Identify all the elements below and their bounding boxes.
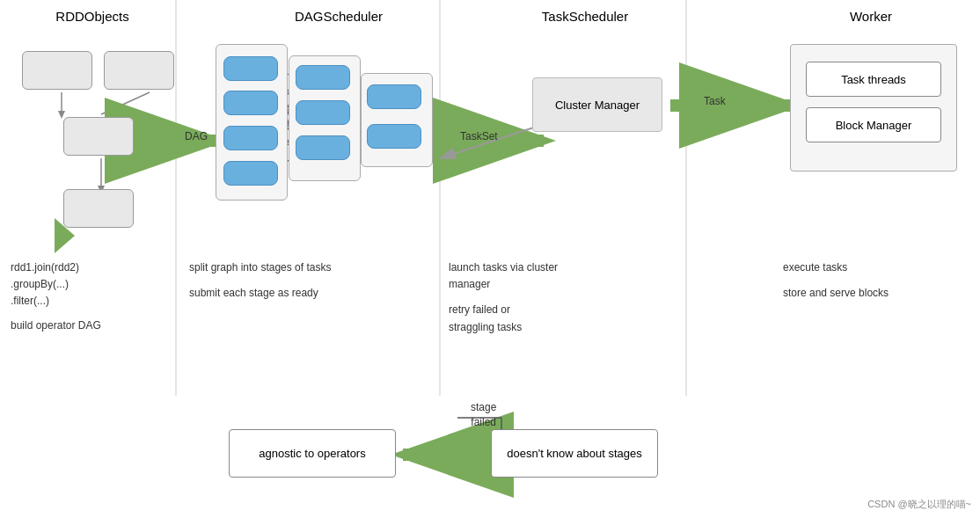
svg-line-5 xyxy=(101,92,150,114)
task-threads-box: Task threads xyxy=(806,62,941,97)
dag-node-2-1 xyxy=(296,65,350,90)
dag-arrow-label: DAG xyxy=(185,130,208,142)
block-manager-box: Block Manager xyxy=(806,107,941,142)
doesnt-know-stages-box: doesn't know about stages xyxy=(491,429,658,478)
dag-node-3-2 xyxy=(367,124,421,149)
rdd-box-3 xyxy=(63,117,134,156)
taskset-arrow-label: TaskSet xyxy=(460,130,498,142)
stage-failed-label: stage failed xyxy=(471,400,496,430)
rdd-column-label: RDDObjects xyxy=(22,9,163,24)
cluster-manager-label: Cluster Manager xyxy=(555,98,640,112)
dag-node-3-1 xyxy=(367,84,421,109)
agnostic-operators-box: agnostic to operators xyxy=(229,429,396,478)
block-manager-label: Block Manager xyxy=(836,119,912,132)
task-desc-block: launch tasks via cluster manager retry f… xyxy=(449,259,660,336)
dag-node-1-1 xyxy=(223,56,278,81)
cluster-manager-box: Cluster Manager xyxy=(532,77,662,132)
diagram-container: RDDObjects DAGScheduler TaskScheduler Wo… xyxy=(0,0,980,518)
dag-node-1-2 xyxy=(223,91,278,115)
dag-node-1-4 xyxy=(223,161,278,186)
worker-desc-block: execute tasks store and serve blocks xyxy=(783,259,959,302)
dag-node-2-3 xyxy=(296,135,350,160)
dag-node-2-2 xyxy=(296,100,350,125)
watermark: CSDN @晓之以理的喵~ xyxy=(867,498,971,511)
dag-node-1-3 xyxy=(223,126,278,150)
worker-column-label: Worker xyxy=(792,9,950,24)
rdd-code-block: rdd1.join(rdd2) .groupBy(...) .filter(..… xyxy=(11,259,178,334)
agnostic-operators-label: agnostic to operators xyxy=(259,447,365,460)
dag-column-label: DAGScheduler xyxy=(255,9,422,24)
rdd-box-4 xyxy=(63,189,134,228)
doesnt-know-stages-label: doesn't know about stages xyxy=(507,447,642,460)
task-threads-label: Task threads xyxy=(841,73,906,86)
task-column-label: TaskScheduler xyxy=(506,9,664,24)
svg-marker-4 xyxy=(58,111,65,119)
task-arrow-label: Task xyxy=(704,95,726,107)
rdd-box-2 xyxy=(104,51,174,90)
dag-desc-block: split graph into stages of tasks submit … xyxy=(189,259,427,302)
rdd-box-1 xyxy=(22,51,92,90)
